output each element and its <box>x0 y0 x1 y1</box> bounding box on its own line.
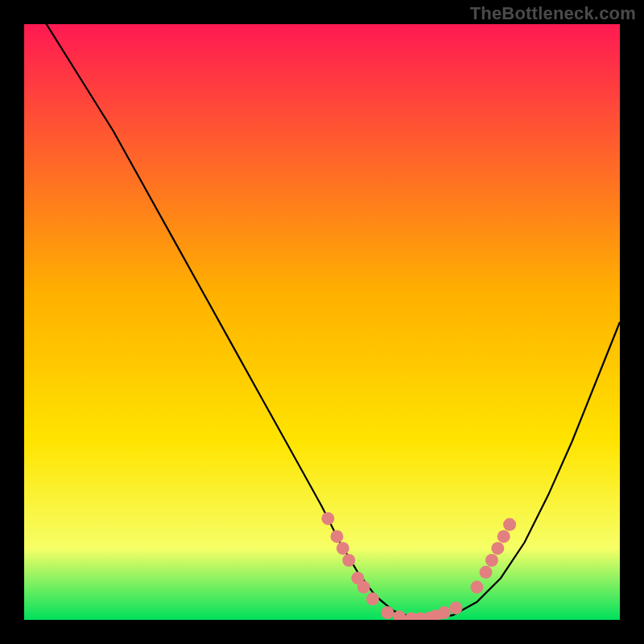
marker-dot <box>485 554 498 567</box>
marker-dot <box>480 566 493 579</box>
marker-dot <box>450 601 463 614</box>
chart-svg <box>24 24 620 620</box>
marker-dot <box>438 606 451 619</box>
plot-area <box>24 24 620 620</box>
marker-dot <box>366 592 379 605</box>
marker-dot <box>470 580 483 593</box>
marker-dot <box>381 606 394 619</box>
marker-dot <box>336 542 349 555</box>
marker-dot <box>503 518 516 531</box>
marker-dot <box>357 580 370 593</box>
watermark-text: TheBottleneck.com <box>470 3 636 24</box>
marker-dot <box>491 542 504 555</box>
marker-dot <box>331 530 344 543</box>
marker-dot <box>497 530 510 543</box>
marker-dot <box>321 512 334 525</box>
marker-dot <box>342 554 355 567</box>
chart-frame: TheBottleneck.com <box>0 0 644 644</box>
